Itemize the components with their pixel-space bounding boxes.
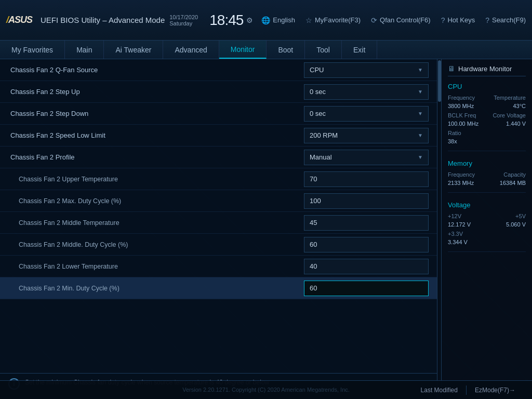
dropdown-arrow-3: ▼ (418, 132, 423, 138)
hw-section-cpu: CPU Frequency Temperature 3800 MHz 43°C … (448, 83, 526, 151)
nav-qfan[interactable]: ⟳ Qfan Control(F6) (371, 16, 431, 24)
hw-section-memory: Memory Frequency Capacity 2133 MHz 16384… (448, 159, 526, 193)
favorite-icon: ☆ (305, 16, 312, 24)
menu-main[interactable]: Main (65, 41, 104, 59)
hw-mem-freq-value: 2133 MHz (448, 180, 474, 186)
ez-mode-button[interactable]: EzMode(F7)→ (467, 387, 524, 394)
menu-ai-tweaker[interactable]: Ai Tweaker (104, 41, 163, 59)
chassis-fan2-middle-temp-value: 45 (304, 215, 429, 231)
time-display: 18:45 (209, 12, 243, 29)
chassis-fan2-max-duty-input[interactable]: 100 (304, 193, 429, 209)
chassis-fan2-middle-temp-input[interactable]: 45 (304, 215, 429, 231)
hw-ratio-val-row: 38x (448, 138, 526, 144)
hw-cpu-temp-value: 43°C (513, 103, 526, 109)
hw-ratio-value: 38x (448, 138, 457, 144)
qfan-icon: ⟳ (371, 16, 377, 24)
nav-english[interactable]: 🌐 English (261, 16, 295, 24)
settings-panel: Chassis Fan 2 Q-Fan Source CPU ▼ Chassis… (0, 59, 437, 399)
dropdown-arrow-1: ▼ (418, 89, 423, 95)
asus-logo: /ASUS (6, 15, 32, 25)
header: /ASUS UEFI BIOS Utility – Advanced Mode … (0, 0, 532, 41)
hw-cpu-freq-value: 3800 MHz (448, 103, 474, 109)
chassis-fan2-max-duty-value: 100 (304, 193, 429, 209)
menu-boot[interactable]: Boot (267, 41, 305, 59)
chassis-fan2-profile-dropdown[interactable]: Manual ▼ (304, 150, 429, 165)
nav-myfavorite[interactable]: ☆ MyFavorite(F3) (305, 16, 361, 24)
hw-12v-row: +12V +5V (448, 213, 526, 219)
bottom-bar: Version 2.20.1271. Copyright (C) 2020 Am… (0, 380, 532, 399)
settings-gear-icon[interactable]: ⚙ (246, 16, 253, 24)
menu-tool[interactable]: Tool (305, 41, 342, 59)
scrollbar[interactable] (437, 59, 441, 399)
chassis-fan2-profile-label: Chassis Fan 2 Profile (10, 153, 304, 161)
hw-33v-label: +3.3V (448, 231, 463, 237)
hw-mem-cap-label: Capacity (503, 171, 526, 178)
chassis-fan2-min-duty-label: Chassis Fan 2 Min. Duty Cycle (%) (19, 285, 304, 292)
chassis-fan2-lower-temp-value: 40 (304, 259, 429, 274)
chassis-fan2-profile-value: Manual ▼ (304, 150, 429, 165)
row-chassis-fan2-upper-temp: Chassis Fan 2 Upper Temperature 70 (0, 168, 437, 190)
monitor-icon: 🖥 (448, 64, 455, 73)
row-chassis-fan2-lower-temp: Chassis Fan 2 Lower Temperature 40 (0, 256, 437, 277)
menu-advanced[interactable]: Advanced (163, 41, 219, 59)
chassis-fan2-step-down-label: Chassis Fan 2 Step Down (10, 110, 304, 117)
chassis-fan2-speed-low-limit-value: 200 RPM ▼ (304, 128, 429, 143)
hotkeys-icon: ? (441, 16, 445, 24)
dropdown-arrow-0: ▼ (418, 67, 423, 73)
chassis-fan2-step-up-dropdown[interactable]: 0 sec ▼ (304, 84, 429, 100)
scrollbar-thumb[interactable] (438, 60, 441, 102)
hw-monitor-title: 🖥 Hardware Monitor (448, 64, 526, 76)
settings-list: Chassis Fan 2 Q-Fan Source CPU ▼ Chassis… (0, 59, 437, 373)
hw-ratio-row: Ratio (448, 130, 526, 136)
row-chassis-fan2-profile: Chassis Fan 2 Profile Manual ▼ (0, 147, 437, 168)
logo-area: /ASUS (6, 15, 32, 25)
chassis-fan2-upper-temp-value: 70 (304, 171, 429, 187)
hw-cpu-freq-row: Frequency Temperature (448, 95, 526, 101)
hw-ratio-label: Ratio (448, 130, 461, 136)
row-chassis-fan2-middle-duty: Chassis Fan 2 Middle. Duty Cycle (%) 60 (0, 234, 437, 256)
nav-hotkeys[interactable]: ? Hot Keys (441, 16, 475, 24)
chassis-fan2-upper-temp-input[interactable]: 70 (304, 171, 429, 187)
chassis-fan2-qfan-source-dropdown[interactable]: CPU ▼ (304, 62, 429, 78)
chassis-fan2-middle-duty-label: Chassis Fan 2 Middle. Duty Cycle (%) (19, 241, 304, 248)
datetime-area: 10/17/2020 Saturday (169, 14, 198, 26)
hw-mem-freq-val-row: 2133 MHz 16384 MB (448, 180, 526, 186)
menu-monitor[interactable]: Monitor (219, 41, 267, 59)
hw-corevolt-label: Core Voltage (493, 112, 526, 118)
bios-title: UEFI BIOS Utility – Advanced Mode (41, 16, 165, 24)
chassis-fan2-qfan-source-value: CPU ▼ (304, 62, 429, 78)
nav-search[interactable]: ? Search(F9) (485, 16, 526, 24)
hw-5v-value: 5.060 V (506, 221, 526, 228)
time-area: 18:45 ⚙ (209, 12, 253, 29)
chassis-fan2-middle-duty-input[interactable]: 60 (304, 237, 429, 252)
dropdown-arrow-4: ▼ (418, 154, 423, 160)
hw-bclk-val-row: 100.00 MHz 1.440 V (448, 121, 526, 127)
chassis-fan2-lower-temp-input[interactable]: 40 (304, 259, 429, 274)
hw-bclk-row: BCLK Freq Core Voltage (448, 112, 526, 118)
hw-mem-freq-row: Frequency Capacity (448, 171, 526, 178)
hw-12v-label: +12V (448, 213, 461, 219)
chassis-fan2-qfan-source-label: Chassis Fan 2 Q-Fan Source (10, 66, 304, 74)
hw-mem-cap-value: 16384 MB (500, 180, 526, 186)
chassis-fan2-step-down-value: 0 sec ▼ (304, 106, 429, 122)
main-content: Chassis Fan 2 Q-Fan Source CPU ▼ Chassis… (0, 59, 532, 399)
chassis-fan2-step-up-label: Chassis Fan 2 Step Up (10, 88, 304, 96)
menu-exit[interactable]: Exit (342, 41, 377, 59)
hw-33v-value: 3.344 V (448, 239, 468, 245)
header-nav: 🌐 English ☆ MyFavorite(F3) ⟳ Qfan Contro… (261, 16, 526, 24)
hw-33v-row: +3.3V (448, 231, 526, 237)
chassis-fan2-step-down-dropdown[interactable]: 0 sec ▼ (304, 106, 429, 122)
menu-bar: My Favorites Main Ai Tweaker Advanced Mo… (0, 41, 532, 59)
chassis-fan2-min-duty-value: 60 (304, 281, 429, 296)
chassis-fan2-max-duty-label: Chassis Fan 2 Max. Duty Cycle (%) (19, 197, 304, 205)
search-question-icon: ? (485, 16, 489, 24)
hw-mem-freq-label: Frequency (448, 171, 475, 178)
menu-my-favorites[interactable]: My Favorites (0, 41, 65, 59)
hw-voltage-title: Voltage (448, 201, 526, 209)
row-chassis-fan2-max-duty: Chassis Fan 2 Max. Duty Cycle (%) 100 (0, 190, 437, 212)
hw-corevolt-value: 1.440 V (506, 121, 526, 127)
row-chassis-fan2-speed-low-limit: Chassis Fan 2 Speed Low Limit 200 RPM ▼ (0, 125, 437, 147)
chassis-fan2-min-duty-input[interactable]: 60 (304, 281, 429, 296)
chassis-fan2-speed-low-limit-dropdown[interactable]: 200 RPM ▼ (304, 128, 429, 143)
last-modified-button[interactable]: Last Modified (413, 387, 466, 394)
